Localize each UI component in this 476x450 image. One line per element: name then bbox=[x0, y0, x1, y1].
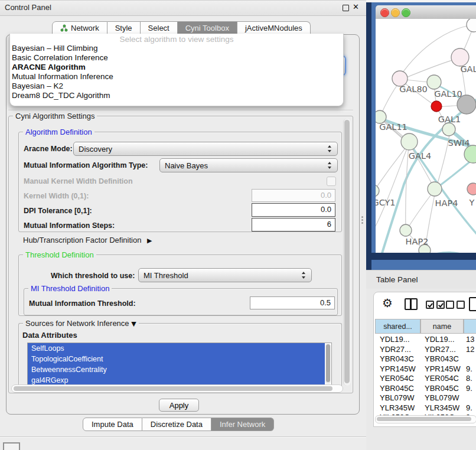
select-all-checkboxes-icon[interactable] bbox=[426, 301, 445, 309]
data-attributes-list[interactable]: SelfLoops TopologicalCoefficient Between… bbox=[27, 343, 332, 385]
dpi-tolerance-label: DPI Tolerance [0,1]: bbox=[24, 207, 92, 215]
tab-style[interactable]: Style bbox=[107, 21, 141, 35]
node-label: GAL80 bbox=[399, 84, 428, 94]
table-row[interactable]: YBL079WYBL079W bbox=[374, 393, 476, 403]
attribute-item[interactable]: TopologicalCoefficient bbox=[28, 354, 325, 364]
network-window-titlebar[interactable] bbox=[376, 5, 476, 19]
node-label: HAP4 bbox=[435, 198, 458, 208]
apply-button[interactable]: Apply bbox=[159, 399, 199, 412]
mi-threshold-field[interactable]: 0.5 bbox=[250, 296, 335, 309]
cyni-settings-group-title: Cyni Algorithm Settings bbox=[13, 112, 97, 120]
settings-vertical-scrollbar[interactable] bbox=[343, 119, 351, 386]
table-horizontal-scrollbar[interactable] bbox=[375, 415, 476, 423]
algorithm-popup-placeholder: Select algorithm to view settings bbox=[10, 35, 343, 44]
aracne-mode-combobox[interactable]: Discovery bbox=[73, 142, 338, 156]
node-label: SWI4 bbox=[448, 138, 470, 148]
attribute-item[interactable]: SelfLoops bbox=[28, 343, 325, 354]
tab-jactivemnodules[interactable]: jActiveMNodules bbox=[237, 21, 311, 35]
mi-threshold-group-title: MI Threshold Definition bbox=[28, 284, 112, 293]
cyni-algorithm-settings-group: Cyni Algorithm Settings Algorithm Defini… bbox=[8, 116, 353, 393]
mi-algorithm-type-combobox[interactable]: Naive Bayes bbox=[159, 158, 338, 172]
docked-panel-icon[interactable] bbox=[3, 442, 20, 450]
table-row[interactable]: YDL19...YDL19...13 bbox=[374, 334, 476, 344]
node-label: GAL4 bbox=[409, 151, 431, 161]
window-close-button[interactable] bbox=[380, 8, 389, 17]
tab-network[interactable]: Network bbox=[52, 21, 107, 35]
node-gcy1[interactable] bbox=[376, 185, 379, 197]
node[interactable] bbox=[464, 145, 476, 163]
node-label: GAL11 bbox=[379, 122, 407, 132]
table-panel-title: Table Panel bbox=[376, 275, 418, 284]
mi-threshold-label: Mutual Information Threshold: bbox=[29, 299, 136, 308]
table-row[interactable]: YBR043CYBR043C bbox=[374, 354, 476, 364]
node-label: GAL1 bbox=[438, 115, 461, 124]
panel-splitter-grip[interactable] bbox=[361, 215, 364, 224]
manual-kernel-width-checkbox[interactable] bbox=[327, 177, 336, 186]
settings-horizontal-scrollbar[interactable] bbox=[11, 384, 343, 393]
tab-network-label: Network bbox=[71, 22, 99, 34]
mi-steps-label: Mutual Information Steps: bbox=[24, 221, 115, 230]
table-panel-card: ⚙ shared... name YDL19...YDL19...13 YDR2… bbox=[373, 292, 476, 427]
algorithm-option[interactable]: Bayesian – Hill Climbing bbox=[10, 44, 343, 53]
algorithm-option[interactable]: Dream8 DC_TDC Algorithm bbox=[10, 91, 343, 100]
column-header-shared-name[interactable]: shared... bbox=[375, 319, 420, 334]
which-threshold-combobox[interactable]: MI Threshold bbox=[138, 268, 312, 282]
gear-icon[interactable]: ⚙ bbox=[382, 296, 393, 310]
deselect-all-checkboxes-icon[interactable] bbox=[446, 301, 465, 309]
network-icon bbox=[60, 24, 68, 32]
dpi-tolerance-field[interactable]: 0.0 bbox=[252, 203, 335, 217]
attribute-item[interactable]: BetweennessCentrality bbox=[28, 364, 325, 375]
node-label: GAL bbox=[460, 64, 476, 74]
which-threshold-label: Which threshold to use: bbox=[51, 272, 135, 280]
tab-impute-data[interactable]: Impute Data bbox=[83, 418, 142, 431]
network-canvas[interactable]: GAL GAL80 GAL10 GAL1 GAL11 SWI4 GAL4 GCY… bbox=[376, 19, 476, 253]
column-header-name[interactable]: name bbox=[420, 319, 464, 334]
algorithm-option-selected[interactable]: ARACNE Algorithm bbox=[10, 63, 343, 72]
node-hap2[interactable] bbox=[400, 224, 412, 236]
network-nodes[interactable] bbox=[376, 19, 476, 253]
attribute-item[interactable]: gal4RGexp bbox=[28, 375, 325, 385]
threshold-definition-group: Threshold Definition Which threshold to … bbox=[18, 255, 342, 316]
table-row[interactable]: YER054CYER054C8. bbox=[374, 373, 476, 383]
node-gal4[interactable] bbox=[401, 133, 418, 150]
tab-infer-network[interactable]: Infer Network bbox=[211, 418, 274, 431]
stepper-arrows-icon bbox=[328, 145, 332, 152]
table-panel-titlebar: Table Panel bbox=[366, 270, 476, 290]
attributes-list-scrollbar[interactable] bbox=[325, 344, 331, 384]
table-row[interactable]: YBR045CYBR045C9. bbox=[374, 383, 476, 393]
node-gal1[interactable] bbox=[442, 123, 455, 136]
tab-discretize-data[interactable]: Discretize Data bbox=[142, 418, 211, 431]
node-salmon[interactable] bbox=[467, 183, 476, 195]
algorithm-option[interactable]: Mutual Information Inference bbox=[10, 72, 343, 81]
window-minimize-button[interactable] bbox=[391, 8, 400, 17]
close-icon[interactable]: ✕ bbox=[353, 2, 359, 11]
node-gal10[interactable] bbox=[427, 75, 441, 89]
mi-steps-field[interactable]: 6 bbox=[252, 218, 335, 231]
window-zoom-button[interactable] bbox=[402, 8, 410, 17]
table-row[interactable]: YDR27...YDR27...12 bbox=[374, 344, 476, 354]
node[interactable] bbox=[451, 48, 469, 66]
sources-group: Sources for Network Inference ▼ Data Att… bbox=[18, 323, 342, 391]
hub-definition-expander[interactable]: Hub/Transcription Factor Definition ▶ bbox=[23, 236, 152, 244]
table-row[interactable]: YLR345WYLR345W9. bbox=[374, 403, 476, 413]
column-layout-icon[interactable] bbox=[405, 298, 418, 310]
float-window-icon[interactable] bbox=[343, 5, 349, 11]
algorithm-option[interactable]: Basic Correlation Inference bbox=[10, 53, 343, 63]
chevron-right-icon: ▶ bbox=[147, 237, 152, 244]
node-hap4[interactable] bbox=[428, 182, 442, 196]
table-row[interactable]: YPR145WYPR145W9. bbox=[374, 364, 476, 374]
cyni-bottom-tabs: Impute Data Discretize Data Infer Networ… bbox=[83, 418, 274, 431]
tab-cyni-toolbox[interactable]: Cyni Toolbox bbox=[178, 21, 237, 35]
export-table-icon[interactable] bbox=[469, 297, 476, 311]
node[interactable] bbox=[467, 19, 476, 32]
threshold-definition-title: Threshold Definition bbox=[23, 250, 96, 259]
manual-kernel-width-label: Manual Kernel Width Definition bbox=[24, 177, 133, 185]
node-gal11[interactable] bbox=[376, 110, 386, 123]
algorithm-option[interactable]: Bayesian – K2 bbox=[10, 81, 343, 91]
kernel-width-field[interactable]: 0.0 bbox=[252, 189, 335, 202]
sources-group-title[interactable]: Sources for Network Inference ▼ bbox=[23, 319, 139, 328]
node-red-selected[interactable] bbox=[431, 101, 442, 112]
column-header-partial[interactable] bbox=[464, 319, 476, 334]
mi-threshold-group: MI Threshold Definition Mutual Informati… bbox=[24, 288, 338, 315]
tab-select[interactable]: Select bbox=[141, 21, 178, 35]
